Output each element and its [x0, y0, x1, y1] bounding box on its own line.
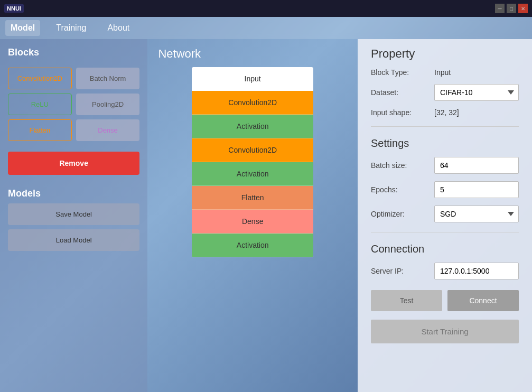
- net-block-activation-3[interactable]: Activation: [192, 234, 313, 257]
- models-title: Models: [8, 188, 139, 199]
- epochs-label: Epochs:: [371, 185, 434, 194]
- dataset-label: Dataset:: [371, 88, 434, 97]
- batch-size-input[interactable]: [434, 157, 519, 174]
- menu-item-training[interactable]: Training: [51, 20, 91, 36]
- settings-title: Settings: [371, 137, 519, 150]
- epochs-row: Epochs:: [371, 181, 519, 198]
- save-model-button[interactable]: Save Model: [8, 203, 139, 225]
- server-ip-label: Server IP:: [371, 267, 434, 275]
- block-btn-flatten[interactable]: Flatten: [8, 119, 72, 141]
- blocks-grid: Convolution2D Batch Norm ReLU Pooling2D …: [8, 68, 139, 141]
- net-block-flatten[interactable]: Flatten: [192, 186, 313, 210]
- server-ip-input[interactable]: [434, 263, 519, 279]
- optimizer-row: Optimizer: SGD Adam RMSprop: [371, 206, 519, 222]
- divider-1: [371, 126, 519, 127]
- net-block-input[interactable]: Input: [192, 67, 313, 91]
- block-btn-dense[interactable]: Dense: [76, 119, 140, 141]
- divider-2: [371, 232, 519, 232]
- maximize-button[interactable]: □: [507, 4, 516, 13]
- net-block-conv2d-2[interactable]: Convolution2D: [192, 138, 313, 162]
- title-bar: NNUI ─ □ ✕: [0, 0, 532, 17]
- menu-bar: Model Training About: [0, 17, 532, 39]
- block-type-label: Block Type:: [371, 68, 434, 77]
- block-btn-pooling[interactable]: Pooling2D: [76, 94, 140, 115]
- property-title: Property: [371, 47, 519, 61]
- start-training-button[interactable]: Start Training: [371, 320, 519, 343]
- optimizer-label: Optimizer:: [371, 210, 434, 218]
- connection-title: Connection: [371, 243, 519, 255]
- remove-button[interactable]: Remove: [8, 152, 139, 175]
- block-type-row: Block Type: Input: [371, 68, 519, 77]
- block-btn-relu[interactable]: ReLU: [8, 94, 72, 115]
- input-shape-row: Input shape: [32, 32]: [371, 108, 519, 117]
- net-block-dense[interactable]: Dense: [192, 210, 313, 234]
- load-model-button[interactable]: Load Model: [8, 229, 139, 251]
- block-btn-batchnorm[interactable]: Batch Norm: [76, 68, 140, 89]
- menu-item-model[interactable]: Model: [5, 20, 40, 36]
- menu-item-about[interactable]: About: [102, 20, 135, 36]
- test-connect-row: Test Connect: [371, 290, 519, 311]
- test-button[interactable]: Test: [371, 290, 442, 311]
- right-panel: Property Block Type: Input Dataset: CIFA…: [358, 39, 532, 392]
- title-bar-left: NNUI: [4, 4, 24, 13]
- net-block-activation-2[interactable]: Activation: [192, 162, 313, 186]
- models-section: Models Save Model Load Model: [8, 188, 139, 255]
- title-bar-controls: ─ □ ✕: [495, 4, 528, 13]
- dataset-select[interactable]: CIFAR-10 MNIST CIFAR-100: [434, 84, 519, 101]
- input-shape-value: [32, 32]: [434, 108, 459, 117]
- block-type-value: Input: [434, 68, 451, 77]
- net-block-conv2d-1[interactable]: Convolution2D: [192, 91, 313, 115]
- connect-button[interactable]: Connect: [447, 290, 519, 311]
- epochs-input[interactable]: [434, 181, 519, 198]
- network-blocks: Input Convolution2D Activation Convoluti…: [192, 67, 313, 257]
- left-panel: Blocks Convolution2D Batch Norm ReLU Poo…: [0, 39, 147, 392]
- dataset-row: Dataset: CIFAR-10 MNIST CIFAR-100: [371, 84, 519, 101]
- input-shape-label: Input shape:: [371, 108, 434, 117]
- close-button[interactable]: ✕: [518, 4, 528, 13]
- batch-size-row: Batch size:: [371, 157, 519, 174]
- minimize-button[interactable]: ─: [495, 4, 505, 13]
- block-btn-conv2d[interactable]: Convolution2D: [8, 68, 72, 89]
- center-panel: Network Input Convolution2D Activation C…: [147, 39, 358, 392]
- app-logo: NNUI: [4, 4, 24, 13]
- optimizer-select[interactable]: SGD Adam RMSprop: [434, 206, 519, 222]
- batch-size-label: Batch size:: [371, 161, 434, 170]
- net-block-activation-1[interactable]: Activation: [192, 115, 313, 138]
- server-ip-row: Server IP:: [371, 263, 519, 279]
- blocks-title: Blocks: [8, 47, 139, 58]
- network-title: Network: [158, 47, 347, 61]
- main-content: Blocks Convolution2D Batch Norm ReLU Poo…: [0, 39, 532, 392]
